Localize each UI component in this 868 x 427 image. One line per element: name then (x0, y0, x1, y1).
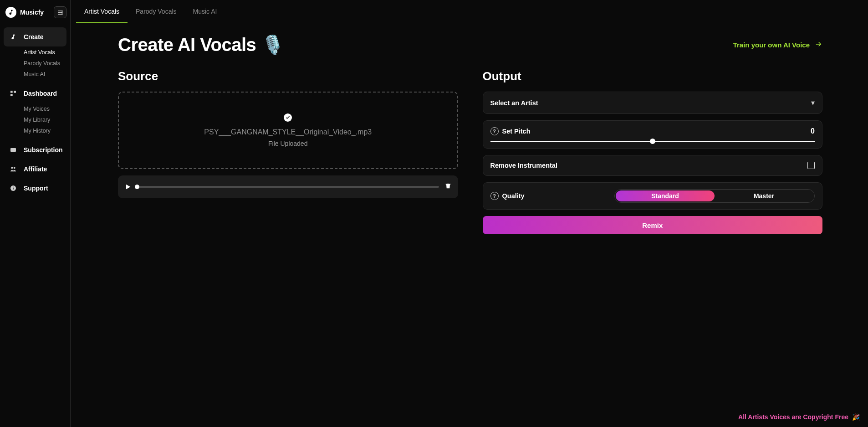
quality-label: Quality (502, 192, 525, 200)
svg-point-4 (11, 167, 13, 169)
output-heading: Output (483, 69, 823, 83)
check-circle-icon (284, 113, 292, 122)
artist-select[interactable]: Select an Artist ▾ (483, 92, 823, 114)
progress-slider[interactable] (137, 186, 439, 188)
sidebar-item-subscription[interactable]: Subscription (4, 140, 66, 159)
affiliate-icon (7, 163, 19, 175)
file-dropzone[interactable]: PSY___GANGNAM_STYLE__Original_Video_.mp3… (118, 92, 458, 169)
source-heading: Source (118, 69, 458, 83)
tab-parody-vocals[interactable]: Parody Vocals (128, 0, 185, 23)
svg-rect-3 (10, 148, 16, 152)
tab-artist-vocals[interactable]: Artist Vocals (76, 0, 128, 23)
remove-instrumental-card: Remove Instrumental (483, 155, 823, 176)
source-column: Source PSY___GANGNAM_STYLE__Original_Vid… (118, 69, 458, 234)
brand-row: Musicfy (4, 6, 66, 18)
copyright-note-text: All Artists Voices are Copyright Free (738, 413, 848, 421)
sidebar: Musicfy Create Artist Vocals Parody Voca… (0, 0, 71, 427)
sidebar-item-affiliate[interactable]: Affiliate (4, 159, 66, 179)
uploaded-file-name: PSY___GANGNAM_STYLE__Original_Video_.mp3 (204, 128, 372, 136)
top-tabs: Artist Vocals Parody Vocals Music AI (71, 0, 868, 23)
svg-rect-2 (10, 94, 13, 96)
pitch-value: 0 (811, 127, 815, 135)
pitch-card: ? Set Pitch 0 (483, 120, 823, 149)
sidebar-item-label: Subscription (24, 146, 63, 154)
train-voice-link[interactable]: Train your own AI Voice (733, 40, 822, 50)
delete-file-button[interactable] (444, 182, 452, 191)
microphone-icon: 🎙️ (261, 34, 284, 56)
sidebar-item-label: Support (24, 185, 48, 192)
page-title: Create AI Vocals 🎙️ (118, 34, 284, 56)
brand-name[interactable]: Musicfy (20, 9, 44, 16)
caret-down-icon: ▾ (811, 98, 815, 107)
train-voice-label: Train your own AI Voice (733, 41, 810, 49)
quality-card: ? Quality Standard Master (483, 182, 823, 210)
upload-status: File Uploaded (268, 140, 307, 147)
pitch-slider-thumb[interactable] (650, 139, 655, 144)
sidebar-item-my-history[interactable]: My History (4, 125, 66, 136)
party-popper-icon: 🎉 (852, 413, 860, 421)
output-column: Output Select an Artist ▾ ? Set Pitch (483, 69, 823, 234)
sidebar-item-music-ai[interactable]: Music AI (4, 68, 66, 79)
sidebar-item-label: Affiliate (24, 165, 47, 173)
svg-rect-0 (10, 91, 13, 93)
svg-rect-7 (13, 188, 13, 190)
info-icon (7, 182, 19, 194)
remove-instrumental-checkbox[interactable] (807, 162, 815, 169)
sidebar-section-create[interactable]: Create (4, 27, 66, 46)
quality-segmented: Standard Master (614, 189, 815, 203)
tab-music-ai[interactable]: Music AI (185, 0, 225, 23)
pitch-label: Set Pitch (502, 128, 531, 135)
remove-instrumental-label: Remove Instrumental (490, 162, 557, 169)
svg-rect-8 (13, 187, 13, 187)
sidebar-section-label: Create (24, 33, 44, 41)
sidebar-item-my-voices[interactable]: My Voices (4, 103, 66, 114)
play-button[interactable] (124, 183, 132, 190)
artist-select-label: Select an Artist (490, 99, 538, 107)
sidebar-section-dashboard[interactable]: Dashboard (4, 84, 66, 103)
sidebar-section-label: Dashboard (24, 90, 57, 97)
subscription-icon (7, 144, 19, 156)
sidebar-item-support[interactable]: Support (4, 179, 66, 198)
sidebar-item-my-library[interactable]: My Library (4, 114, 66, 125)
progress-thumb[interactable] (135, 185, 139, 189)
svg-rect-1 (14, 91, 16, 93)
page-title-text: Create AI Vocals (118, 35, 256, 55)
svg-point-5 (14, 167, 15, 169)
quality-option-master[interactable]: Master (715, 190, 813, 201)
help-icon[interactable]: ? (490, 127, 499, 135)
remix-button[interactable]: Remix (483, 216, 823, 234)
music-note-icon (7, 31, 19, 43)
arrow-right-icon (814, 40, 822, 50)
collapse-sidebar-button[interactable] (54, 6, 66, 18)
copyright-note: All Artists Voices are Copyright Free 🎉 (738, 413, 860, 421)
sidebar-item-artist-vocals[interactable]: Artist Vocals (4, 46, 66, 57)
quality-option-standard[interactable]: Standard (616, 190, 715, 201)
pitch-slider[interactable] (490, 141, 815, 142)
audio-player (118, 175, 458, 198)
brand-logo-icon (5, 7, 16, 18)
sidebar-item-parody-vocals[interactable]: Parody Vocals (4, 57, 66, 68)
dashboard-icon (7, 87, 19, 99)
help-icon[interactable]: ? (490, 192, 499, 200)
